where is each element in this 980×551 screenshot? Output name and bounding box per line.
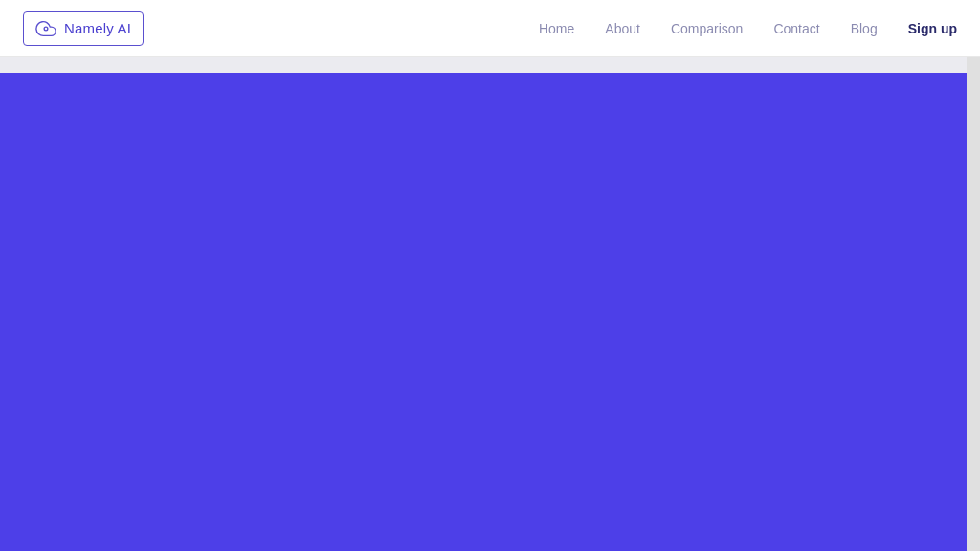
- scrollbar[interactable]: [967, 0, 980, 551]
- main-content: [0, 73, 980, 551]
- logo-text: Namely AI: [64, 20, 131, 36]
- cloud-icon: [35, 18, 56, 39]
- signup-button[interactable]: Sign up: [908, 21, 957, 36]
- navbar: Namely AI Home About Comparison Contact …: [0, 0, 980, 57]
- separator-stripe: [0, 57, 980, 73]
- svg-point-0: [44, 27, 48, 31]
- nav-link-about[interactable]: About: [605, 21, 640, 36]
- nav-links: Home About Comparison Contact Blog Sign …: [539, 21, 957, 36]
- nav-link-contact[interactable]: Contact: [773, 21, 819, 36]
- nav-link-blog[interactable]: Blog: [851, 21, 878, 36]
- nav-link-home[interactable]: Home: [539, 21, 574, 36]
- logo[interactable]: Namely AI: [23, 11, 144, 46]
- nav-link-comparison[interactable]: Comparison: [671, 21, 743, 36]
